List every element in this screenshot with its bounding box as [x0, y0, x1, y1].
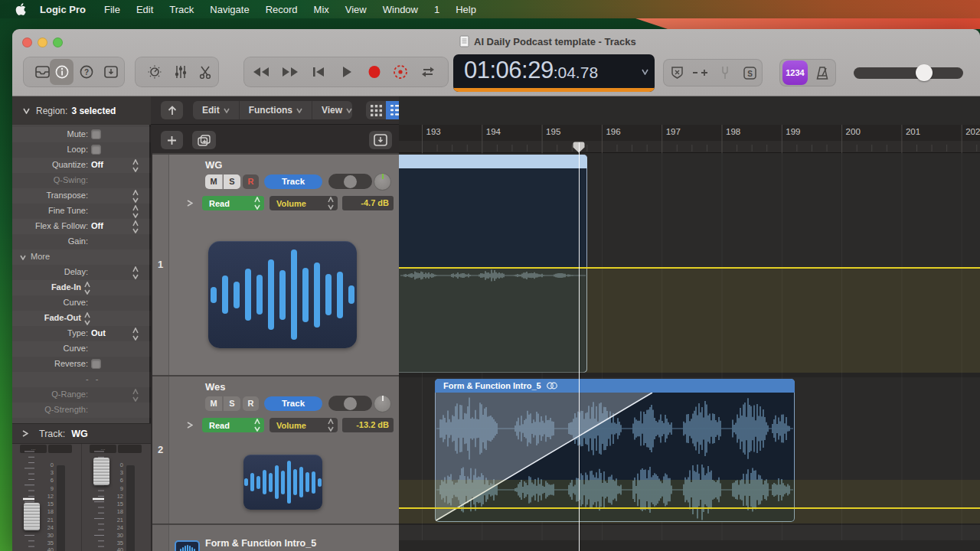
stepper-icon[interactable]	[132, 205, 139, 218]
disclosure-chevron[interactable]	[186, 200, 193, 207]
count-in-badge[interactable]: 1234	[782, 60, 808, 85]
menu-item-mix[interactable]: Mix	[314, 4, 329, 15]
track-toggle[interactable]	[328, 396, 372, 411]
stepper-icon[interactable]	[84, 312, 90, 325]
stepper-icon[interactable]	[132, 266, 139, 279]
channel-1-scale-21: 21	[44, 517, 54, 523]
timeline-ruler[interactable]: 193194195196197198199200201202	[399, 125, 980, 153]
volume-slider-knob[interactable]	[916, 64, 933, 81]
close-button[interactable]	[22, 37, 32, 47]
record-enable-button[interactable]: R	[243, 174, 259, 189]
automation-mode-dropdown[interactable]: Read	[202, 418, 264, 432]
solo-button[interactable]: S	[224, 174, 240, 189]
scissors-button[interactable]	[196, 59, 214, 85]
solo-button[interactable]: S	[740, 60, 760, 86]
automation-param-dropdown[interactable]: Volume	[270, 418, 338, 432]
mute-button[interactable]: M	[205, 174, 223, 189]
menu-item-file[interactable]: File	[104, 4, 120, 15]
apple-menu[interactable]	[15, 3, 26, 15]
menu-item-record[interactable]: Record	[266, 4, 298, 15]
automation-value: -4.7 dB	[342, 196, 394, 210]
menu-item-track[interactable]: Track	[169, 4, 194, 15]
menu-item-help[interactable]: Help	[456, 4, 476, 15]
checkbox[interactable]	[91, 359, 101, 369]
solo-button[interactable]: S	[224, 396, 240, 411]
more-disclosure[interactable]	[20, 254, 26, 260]
up-arrow-button[interactable]	[161, 101, 183, 119]
inspector-row-gain-: Gain:	[12, 234, 151, 249]
menu-item-navigate[interactable]: Navigate	[210, 4, 249, 15]
archive-button[interactable]	[33, 59, 51, 85]
zoom-button[interactable]	[53, 37, 63, 47]
bar	[287, 461, 291, 504]
record-button[interactable]	[364, 59, 384, 85]
channel-2-button-2[interactable]	[118, 445, 142, 453]
checkbox[interactable]	[91, 129, 101, 139]
row-label: Q-Swing:	[12, 175, 88, 184]
import-button[interactable]	[102, 59, 120, 85]
record-enable-button[interactable]: R	[243, 396, 259, 411]
channel-1-button-2[interactable]	[48, 445, 72, 453]
add-track-button[interactable]	[161, 131, 183, 149]
stepper-icon[interactable]	[132, 328, 139, 341]
channel-2-fader[interactable]	[93, 458, 109, 485]
rewind-button[interactable]	[251, 59, 271, 85]
track-inspector-header[interactable]: Track:WG	[12, 423, 151, 444]
menu-item-view[interactable]: View	[345, 4, 367, 15]
pan-knob[interactable]	[374, 173, 391, 191]
capture-record-button[interactable]	[390, 59, 410, 85]
track-on-button[interactable]: Track	[264, 174, 322, 189]
x-badge-button[interactable]	[667, 60, 687, 86]
arrange-menu-edit[interactable]: Edit	[193, 101, 239, 119]
lcd-dial-button[interactable]	[145, 59, 164, 85]
go-to-beginning-button[interactable]	[309, 59, 328, 85]
minimize-button[interactable]	[38, 37, 47, 47]
disclosure-chevron[interactable]	[186, 422, 193, 429]
forward-button[interactable]	[280, 59, 300, 85]
menu-item-1[interactable]: 1	[434, 4, 439, 15]
menu-label: Edit	[202, 105, 220, 116]
duplicate-track-button[interactable]	[192, 131, 216, 149]
menu-app-name[interactable]: Logic Pro	[40, 4, 86, 15]
tuning-fork-button[interactable]	[715, 60, 735, 86]
row-label: Fine Tune:	[12, 206, 88, 215]
stepper-icon[interactable]	[132, 159, 139, 172]
track-toggle[interactable]	[328, 174, 372, 189]
cycle-button[interactable]	[418, 59, 438, 85]
checkbox[interactable]	[91, 145, 101, 155]
stepper-icon[interactable]	[132, 389, 139, 402]
channel-1-scale-24: 24	[44, 524, 54, 531]
menu-item-edit[interactable]: Edit	[136, 4, 153, 15]
volume-slider-track[interactable]	[854, 67, 963, 79]
metronome-button[interactable]	[811, 60, 834, 85]
region-track-1[interactable]	[399, 155, 587, 373]
help-button[interactable]: ?	[77, 59, 96, 85]
playhead[interactable]	[579, 142, 580, 551]
region-track-2[interactable]: Form & Function Intro_5	[435, 379, 795, 522]
stepper-icon[interactable]	[132, 190, 139, 203]
mute-button[interactable]: M	[205, 396, 223, 411]
stepper-icon[interactable]	[84, 282, 90, 295]
automation-param-dropdown[interactable]: Volume	[270, 196, 338, 210]
channel-2-scale-30: 30	[113, 532, 123, 539]
inspector-header[interactable]: Region:3 selected	[12, 96, 151, 125]
minus-plus-button[interactable]	[691, 60, 710, 86]
lcd-display[interactable]: 01:06:29:04.78	[453, 54, 655, 92]
play-button[interactable]	[337, 59, 357, 85]
track-on-button[interactable]: Track	[264, 396, 322, 411]
arrange-menu-functions[interactable]: Functions	[239, 101, 312, 119]
stepper-icon[interactable]	[132, 220, 139, 233]
track-import-button[interactable]	[369, 131, 392, 149]
track-header-wg[interactable]: 1WGMSRTrackReadVolume-4.7 dB	[152, 153, 399, 375]
lcd-chevron-icon[interactable]	[642, 68, 648, 75]
arrange-menu-view[interactable]: View	[312, 101, 361, 119]
menu-item-window[interactable]: Window	[383, 4, 418, 15]
grid-view-button[interactable]	[366, 101, 386, 119]
automation-mode-dropdown[interactable]: Read	[202, 196, 264, 210]
track-header-form-function-intro-5[interactable]: 3Form & Function Intro_5	[152, 523, 399, 551]
inspector-info-button[interactable]	[53, 59, 71, 85]
pan-knob[interactable]	[374, 395, 391, 412]
track-header-wes[interactable]: 2WesMSRTrackReadVolume-13.2 dB	[152, 375, 399, 523]
channel-1-fader[interactable]	[24, 503, 40, 530]
mixer-button[interactable]	[172, 59, 190, 85]
